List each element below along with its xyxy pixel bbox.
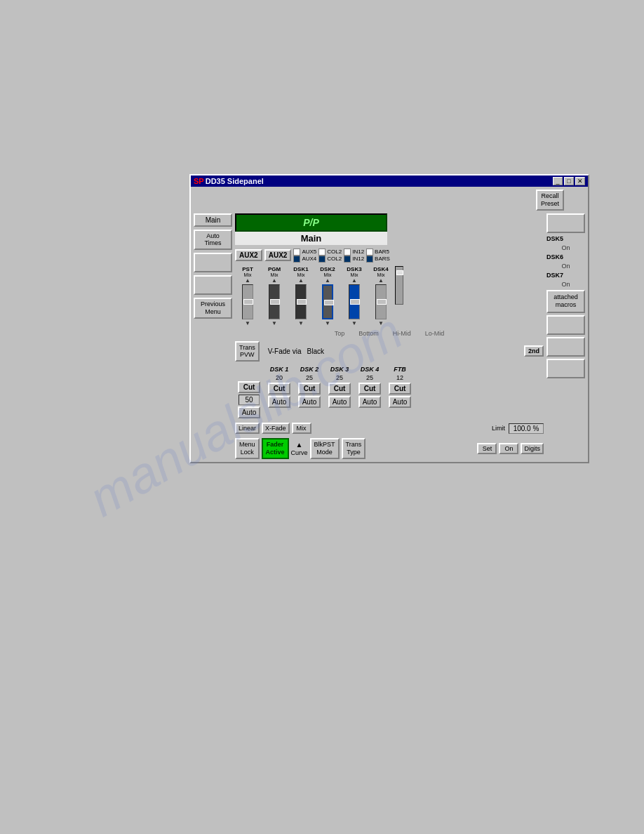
strip-dsk4-up[interactable]: ▲ [378, 277, 384, 284]
dsk1-auto-button[interactable]: Auto [268, 396, 291, 408]
strip-dsk4-fader[interactable] [375, 284, 387, 319]
ftb-value: 12 [396, 374, 403, 381]
strip-dsk3-down[interactable]: ▼ [351, 320, 357, 326]
strip-dsk1-sublabel: Mix [297, 272, 305, 277]
dsk4-value: 25 [366, 374, 373, 381]
vertical-fader[interactable] [395, 266, 403, 305]
right-col: DSK5 On DSK6 On DSK7 On attachedmacros [546, 213, 585, 459]
strip-dsk1-down[interactable]: ▼ [298, 320, 304, 326]
set-button[interactable]: Set [477, 443, 497, 454]
dsk-section: Cut 50 Auto DSK 1 20 Cut Auto DSK 2 [235, 366, 544, 418]
curve-section: ▲ Curve [291, 441, 308, 456]
fader-active-button[interactable]: FaderActive [262, 438, 289, 459]
vertical-fader-handle [396, 270, 403, 275]
checkbox-col2-1: COL2 [318, 249, 342, 256]
eq-bottom: Bottom [358, 330, 379, 337]
strip-pst-up[interactable]: ▲ [245, 277, 250, 284]
strip-pgm-up[interactable]: ▲ [271, 277, 277, 284]
strip-dsk2-down[interactable]: ▼ [325, 320, 330, 326]
strip-dsk1-handle [297, 299, 307, 305]
cb-in12-1[interactable] [344, 249, 351, 256]
main-button[interactable]: Main [194, 213, 232, 227]
pp-display: P/P [235, 213, 387, 232]
dsk3-cut-button[interactable]: Cut [328, 383, 351, 395]
dsk3-auto-button[interactable]: Auto [328, 396, 351, 408]
main-cut-button[interactable]: Cut [238, 381, 261, 393]
recall-preset-button[interactable]: RecallPreset [536, 190, 564, 211]
dsk1-cut-button[interactable]: Cut [268, 383, 291, 395]
dsk4-auto-button[interactable]: Auto [358, 396, 382, 408]
dsk2-label: DSK 2 [300, 366, 319, 373]
checkbox-group-1: AUX5 AUX4 [293, 249, 316, 263]
strip-dsk4-down[interactable]: ▼ [378, 320, 384, 326]
cb-bars[interactable] [366, 256, 373, 263]
ftb-cut-button[interactable]: Cut [389, 383, 412, 395]
right-blank-4 [546, 359, 585, 378]
dsk3-value: 25 [336, 374, 343, 381]
strip-dsk1-fader[interactable] [295, 284, 307, 319]
strip-dsk2-up[interactable]: ▲ [325, 277, 330, 284]
maximize-button[interactable]: □ [564, 177, 574, 185]
strip-dsk4: DSK4 Mix ▲ ▼ [368, 266, 394, 326]
aux2-btn-1[interactable]: AUX2 [235, 249, 262, 261]
eq-row: Top Bottom Hi-Mid Lo-Mid [235, 330, 544, 337]
second-button[interactable]: 2nd [524, 345, 544, 357]
trans-pvw-button[interactable]: TransPVW [235, 341, 260, 362]
blank-1 [194, 253, 232, 272]
strip-dsk1-label: DSK1 [293, 266, 308, 272]
blkpst-mode-button[interactable]: BlkPSTMode [310, 438, 340, 459]
black-label: Black [307, 348, 323, 355]
center-col: P/P Main AUX2 AUX2 AUX5 [235, 213, 544, 459]
title-controls: _ □ ✕ [553, 177, 585, 185]
on-button[interactable]: On [499, 443, 518, 454]
cb-aux5[interactable] [293, 249, 300, 256]
dsk2-auto-button[interactable]: Auto [298, 396, 321, 408]
strip-pgm: PGM Mix ▲ ▼ [262, 266, 287, 326]
strip-pst-fader[interactable] [242, 284, 253, 319]
strip-pgm-down[interactable]: ▼ [271, 320, 277, 326]
pp-main-label: Main [235, 232, 387, 245]
cb-in12-2-label: IN12 [352, 256, 364, 262]
strip-pst-down[interactable]: ▼ [245, 320, 250, 326]
strip-dsk1-up[interactable]: ▲ [298, 277, 304, 284]
auto-times-button[interactable]: AutoTimes [194, 230, 232, 251]
right-blank-3 [546, 337, 585, 357]
attached-macros-button[interactable]: attachedmacros [546, 290, 585, 313]
window-body: RecallPreset Main AutoTimes PreviousMenu… [191, 187, 588, 462]
ftb-auto-button[interactable]: Auto [389, 396, 412, 408]
dsk6-label: DSK6 [546, 253, 563, 260]
main-auto-button[interactable]: Auto [238, 406, 261, 418]
strip-dsk2-fader[interactable] [322, 284, 333, 319]
strip-dsk3-sublabel: Mix [351, 272, 358, 277]
mix-button[interactable]: Mix [292, 423, 311, 434]
cb-col2-1[interactable] [318, 249, 326, 256]
cb-col2-2[interactable] [318, 256, 326, 263]
checkbox-bar5: BAR5 [366, 249, 390, 256]
cb-aux4[interactable] [293, 256, 300, 263]
strip-dsk3-fader[interactable] [349, 284, 360, 319]
curve-up-icon: ▲ [296, 441, 303, 449]
eq-top: Top [335, 330, 345, 337]
menu-lock-button[interactable]: MenuLock [235, 438, 260, 459]
top-row: RecallPreset [194, 190, 585, 211]
digits-button[interactable]: Digits [521, 443, 544, 454]
title-dd35: DD35 Sidepanel [206, 177, 264, 185]
cb-in12-2[interactable] [344, 256, 351, 263]
dsk4-cut-button[interactable]: Cut [358, 383, 382, 395]
vfade-row: TransPVW V-Fade via Black 2nd [235, 341, 544, 362]
checkbox-in12-2: IN12 [344, 256, 364, 263]
linear-button[interactable]: Linear [235, 423, 260, 434]
previous-menu-button[interactable]: PreviousMenu [194, 298, 232, 319]
cb-bar5[interactable] [366, 249, 373, 256]
vertical-fader-container [395, 266, 403, 305]
trans-type-button[interactable]: TransType [342, 438, 366, 459]
strip-pgm-fader[interactable] [269, 284, 280, 319]
dsk7-on: On [546, 281, 585, 288]
minimize-button[interactable]: _ [553, 177, 563, 185]
checkbox-in12-1: IN12 [344, 249, 364, 256]
dsk2-cut-button[interactable]: Cut [298, 383, 321, 395]
xfade-button[interactable]: X-Fade [262, 423, 290, 434]
strip-dsk3-up[interactable]: ▲ [351, 277, 357, 284]
aux2-btn-2[interactable]: AUX2 [264, 249, 292, 261]
close-button[interactable]: ✕ [575, 177, 585, 185]
